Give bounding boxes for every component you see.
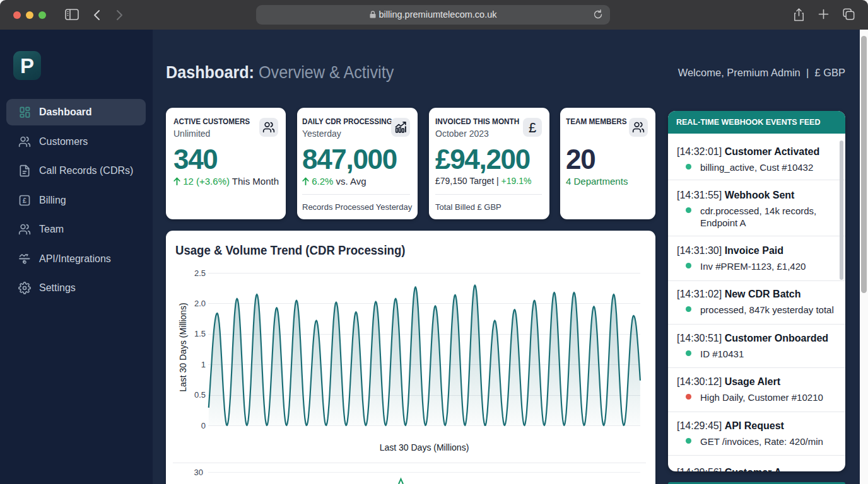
svg-text:£: £ [23, 197, 26, 204]
svg-text:£: £ [529, 121, 536, 134]
